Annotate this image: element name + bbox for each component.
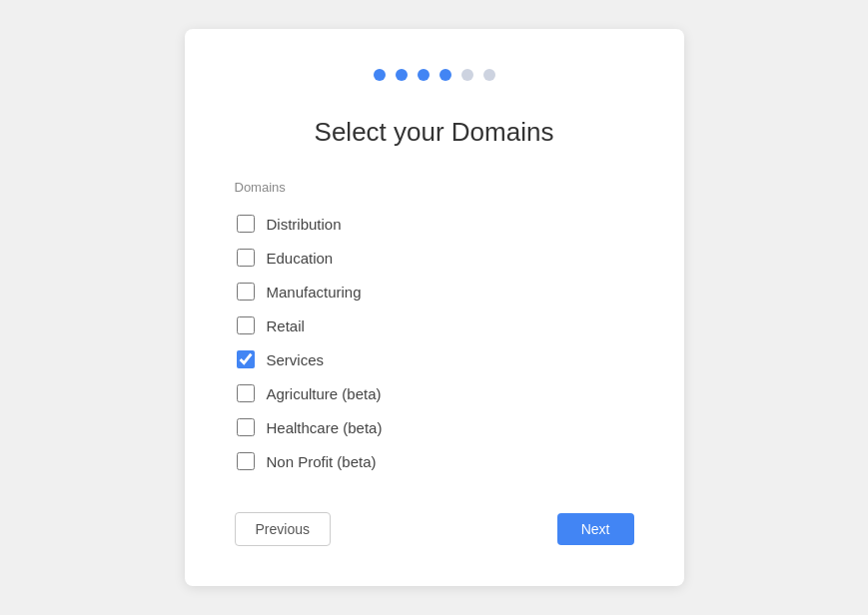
domain-item-services[interactable]: Services: [235, 344, 634, 374]
next-button[interactable]: Next: [557, 513, 634, 545]
page-title: Select your Domains: [235, 117, 634, 148]
domain-item-education[interactable]: Education: [235, 243, 634, 273]
checkbox-distribution[interactable]: [237, 215, 255, 233]
label-education: Education: [267, 250, 334, 267]
label-agriculture: Agriculture (beta): [267, 385, 382, 402]
card: Select your Domains Domains Distribution…: [185, 29, 684, 586]
stepper-dot-6: [483, 69, 495, 81]
checkbox-retail[interactable]: [237, 316, 255, 334]
section-label: Domains: [235, 180, 634, 195]
stepper: [235, 69, 634, 81]
stepper-dot-2: [396, 69, 408, 81]
stepper-dot-5: [461, 69, 473, 81]
checkbox-manufacturing[interactable]: [237, 283, 255, 301]
stepper-dot-4: [439, 69, 451, 81]
checkbox-nonprofit[interactable]: [237, 452, 255, 470]
stepper-dot-3: [418, 69, 430, 81]
label-services: Services: [267, 351, 325, 368]
domain-item-nonprofit[interactable]: Non Profit (beta): [235, 446, 634, 476]
label-nonprofit: Non Profit (beta): [267, 453, 377, 470]
checkbox-services[interactable]: [237, 350, 255, 368]
domain-item-agriculture[interactable]: Agriculture (beta): [235, 378, 634, 408]
domain-item-retail[interactable]: Retail: [235, 310, 634, 340]
label-healthcare: Healthcare (beta): [267, 419, 383, 436]
footer: Previous Next: [235, 512, 634, 546]
label-manufacturing: Manufacturing: [267, 284, 362, 301]
label-distribution: Distribution: [267, 216, 342, 233]
previous-button[interactable]: Previous: [235, 512, 331, 546]
domain-item-manufacturing[interactable]: Manufacturing: [235, 277, 634, 307]
domain-item-distribution[interactable]: Distribution: [235, 209, 634, 239]
label-retail: Retail: [267, 317, 305, 334]
domain-list: DistributionEducationManufacturingRetail…: [235, 209, 634, 476]
checkbox-agriculture[interactable]: [237, 384, 255, 402]
checkbox-education[interactable]: [237, 249, 255, 267]
stepper-dot-1: [374, 69, 386, 81]
domain-item-healthcare[interactable]: Healthcare (beta): [235, 412, 634, 442]
checkbox-healthcare[interactable]: [237, 418, 255, 436]
